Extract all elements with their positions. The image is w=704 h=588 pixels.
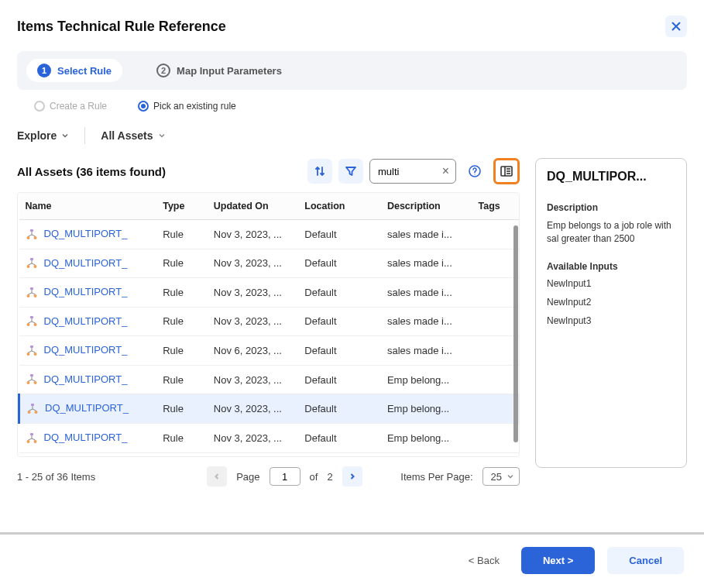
table-row[interactable]: DQ_MULTIPORT_RuleNov 3, 2023, ...Default… — [19, 394, 520, 424]
table-row[interactable]: DQ_MULTIPORT_RuleNov 6, 2023, ...Default… — [19, 336, 520, 366]
close-button[interactable] — [665, 15, 687, 37]
search-input[interactable] — [376, 165, 438, 178]
cell-type: Rule — [156, 336, 208, 366]
asset-name-link[interactable]: DQ_MULTIPORT_ — [44, 344, 128, 356]
search-input-wrap[interactable]: × — [369, 159, 456, 184]
cell-type: Rule — [156, 452, 208, 456]
asset-name-link[interactable]: DQ_MULTIPORT_ — [44, 432, 128, 443]
svg-point-18 — [33, 323, 36, 326]
svg-rect-22 — [30, 374, 33, 377]
cell-location: Default — [298, 336, 381, 366]
ipp-value: 25 — [491, 471, 502, 483]
svg-point-1 — [474, 174, 475, 174]
cancel-button[interactable]: Cancel — [607, 547, 684, 574]
cell-updated: Nov 3, 2023, ... — [208, 220, 299, 249]
cell-location: Default — [298, 278, 381, 308]
svg-point-11 — [26, 265, 29, 268]
svg-point-24 — [33, 381, 36, 384]
cell-type: Rule — [156, 249, 208, 278]
explore-dropdown[interactable]: Explore — [17, 129, 69, 142]
next-button[interactable]: Next > — [521, 547, 595, 574]
table-row[interactable]: DQ_MULTIPORT_RuleNov 3, 2023, ...Default… — [19, 365, 520, 394]
chevron-left-icon — [213, 473, 221, 480]
col-name[interactable]: Name — [19, 193, 157, 220]
detail-panel: DQ_MULTIPOR... Description Emp belongs t… — [535, 158, 687, 468]
chevron-down-icon — [158, 132, 166, 139]
asset-name-link[interactable]: DQ_MULTIPORT_ — [44, 257, 128, 269]
help-icon — [468, 164, 482, 178]
cell-description: sales made i... — [381, 307, 472, 336]
svg-rect-16 — [30, 316, 33, 318]
table-row[interactable]: DQ_MULTIPORT_RuleNov 3, 2023, ...Default… — [19, 278, 520, 308]
radio-create-rule[interactable]: Create a Rule — [34, 101, 107, 112]
prev-page-button[interactable] — [207, 466, 227, 487]
step-number: 2 — [156, 64, 170, 77]
cell-updated: Nov 3, 2023, ... — [208, 365, 299, 394]
asset-name-link[interactable]: DQ_MULTIPORT_ — [45, 402, 129, 414]
radio-icon — [138, 101, 149, 112]
items-per-page-select[interactable]: 25 — [482, 467, 520, 486]
help-button[interactable] — [462, 159, 487, 184]
cell-description: Emp belong... — [381, 423, 472, 452]
rule-icon — [26, 403, 39, 415]
svg-point-8 — [26, 236, 29, 239]
radio-pick-existing[interactable]: Pick an existing rule — [138, 101, 236, 112]
cell-tags — [472, 307, 519, 336]
svg-rect-25 — [31, 404, 34, 406]
cell-description: Emp belong... — [381, 452, 472, 456]
cell-tags — [472, 220, 519, 249]
detail-inputs-label: Available Inputs — [547, 261, 675, 272]
col-description[interactable]: Description — [381, 193, 472, 220]
table-row[interactable]: DQ_MULTIPORT_RuleNov 3, 2023, ...Default… — [19, 220, 520, 249]
step-map-inputs[interactable]: 2 Map Input Parameters — [146, 59, 293, 82]
detail-title: DQ_MULTIPOR... — [547, 170, 675, 184]
step-label: Select Rule — [57, 65, 112, 77]
svg-rect-13 — [30, 287, 33, 290]
cell-description: sales made i... — [381, 220, 472, 249]
rule-icon — [26, 373, 38, 386]
page-input[interactable] — [270, 467, 300, 486]
col-updated[interactable]: Updated On — [208, 193, 299, 220]
asset-name-link[interactable]: DQ_MULTIPORT_ — [44, 286, 128, 297]
chevron-down-icon — [61, 132, 69, 139]
col-tags[interactable]: Tags — [472, 193, 519, 220]
asset-name-link[interactable]: DQ_MULTIPORT_ — [44, 315, 128, 327]
cell-location: Default — [298, 249, 381, 278]
asset-name-link[interactable]: DQ_MULTIPORT_ — [44, 373, 128, 385]
scrollbar-thumb[interactable] — [513, 225, 518, 442]
col-location[interactable]: Location — [298, 193, 381, 220]
cell-updated: Nov 3, 2023, ... — [208, 452, 299, 456]
assets-title: All Assets (36 items found) — [17, 165, 166, 178]
back-button[interactable]: < Back — [469, 555, 500, 566]
table-row[interactable]: DQ_MULTIPORT_RuleNov 3, 2023, ...Default… — [19, 249, 520, 278]
stepper: 1 Select Rule 2 Map Input Parameters — [17, 51, 687, 90]
ipp-label: Items Per Page: — [400, 471, 472, 483]
detail-panel-toggle[interactable] — [493, 158, 520, 184]
svg-point-23 — [26, 381, 29, 384]
cell-updated: Nov 3, 2023, ... — [208, 278, 299, 308]
svg-rect-28 — [30, 433, 33, 435]
cell-tags — [472, 278, 519, 308]
table-row[interactable]: DQ_MULTIPORT_RuleNov 3, 2023, ...Default… — [19, 307, 520, 336]
sort-button[interactable] — [307, 159, 332, 184]
filter-button[interactable] — [338, 159, 363, 184]
clear-search-button[interactable]: × — [442, 165, 449, 177]
rule-icon — [26, 257, 38, 270]
svg-point-27 — [35, 411, 38, 414]
explore-label: Explore — [17, 129, 57, 142]
table-row[interactable]: DQ_MULTIPORT_RuleNov 3, 2023, ...Default… — [19, 452, 520, 456]
cell-updated: Nov 3, 2023, ... — [208, 423, 299, 452]
next-page-button[interactable] — [342, 466, 362, 487]
detail-input-item: NewInput1 — [547, 278, 675, 289]
svg-point-20 — [26, 352, 29, 356]
scope-dropdown[interactable]: All Assets — [101, 129, 165, 142]
svg-rect-10 — [30, 258, 33, 260]
table-row[interactable]: DQ_MULTIPORT_RuleNov 3, 2023, ...Default… — [19, 423, 520, 452]
cell-location: Default — [298, 307, 381, 336]
asset-name-link[interactable]: DQ_MULTIPORT_ — [44, 228, 128, 239]
svg-point-14 — [26, 294, 29, 297]
cell-type: Rule — [156, 423, 208, 452]
step-select-rule[interactable]: 1 Select Rule — [26, 59, 122, 82]
cell-tags — [472, 423, 519, 452]
col-type[interactable]: Type — [156, 193, 208, 220]
